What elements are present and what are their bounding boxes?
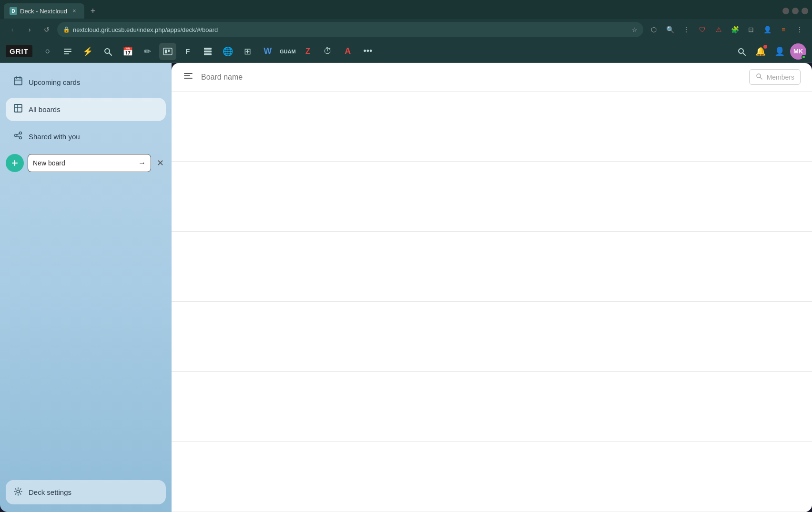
new-tab-button[interactable]: +: [86, 4, 100, 18]
minimize-button[interactable]: [782, 8, 789, 14]
upcoming-cards-label: Upcoming cards: [29, 78, 80, 86]
deck-settings-button[interactable]: Deck settings: [6, 480, 166, 504]
search-toolbar-icon[interactable]: [99, 43, 116, 60]
globe-icon[interactable]: 🌐: [219, 43, 236, 60]
nav-bar: ‹ › ↺ 🔒 nextcloud.grit.ucsb.edu/index.ph…: [0, 19, 812, 40]
tab-favicon: D: [10, 7, 17, 15]
board-header: Members: [172, 63, 812, 92]
brave-icon[interactable]: ≡: [777, 23, 790, 36]
url-text: nextcloud.grit.ucsb.edu/index.php/apps/d…: [73, 26, 629, 33]
svg-rect-4: [168, 50, 170, 52]
board-line-5: [172, 372, 812, 442]
board-line-1: [172, 92, 812, 162]
members-search-icon: [755, 72, 763, 82]
new-board-icon-button[interactable]: [6, 154, 24, 172]
all-boards-label: All boards: [29, 105, 61, 113]
active-tab[interactable]: D Deck - Nextcloud ×: [4, 3, 84, 19]
profile-icon[interactable]: 👤: [761, 23, 774, 36]
deck-settings-label: Deck settings: [29, 488, 71, 496]
stack-icon[interactable]: [199, 43, 216, 60]
members-label: Members: [767, 73, 794, 81]
svg-rect-7: [204, 53, 212, 55]
sidebar: Upcoming cards All boards Shared with yo…: [0, 63, 172, 512]
search-right-icon[interactable]: [733, 43, 750, 60]
calendar-icon[interactable]: 📅: [119, 43, 136, 60]
board-lines: [172, 92, 812, 512]
shared-with-you-label: Shared with you: [29, 133, 80, 141]
browser-actions: ⬡ 🔍 ⋮ 🛡 ⚠ 🧩 ⊡ 👤 ≡ ⋮: [647, 23, 806, 36]
sidebar-bottom: Deck settings: [6, 480, 166, 504]
toolbar-right: 🔔 👤 MK: [733, 43, 806, 60]
svg-rect-10: [14, 78, 22, 85]
sidebar-item-shared[interactable]: Shared with you: [6, 125, 166, 148]
tab-title: Deck - Nextcloud: [20, 8, 67, 15]
boards-sidebar-icon: [13, 103, 23, 115]
timer-icon[interactable]: ⏱: [319, 43, 336, 60]
deck-icon[interactable]: [159, 43, 176, 60]
activity-icon[interactable]: ⚡: [79, 43, 96, 60]
app-toolbar: GRIT ○ ⚡ 📅 ✏ F 🌐 ⊞ W GUAM Z ⏱ A ••• 🔔 👤 …: [0, 40, 812, 63]
puzzle-icon[interactable]: 🧩: [728, 23, 741, 36]
zotero-icon[interactable]: Z: [299, 43, 316, 60]
close-button[interactable]: [802, 8, 808, 14]
address-bar[interactable]: 🔒 nextcloud.grit.ucsb.edu/index.php/apps…: [57, 22, 643, 37]
main-content: Members: [172, 63, 812, 512]
contacts-icon[interactable]: 👤: [771, 43, 788, 60]
more-icon[interactable]: •••: [359, 43, 376, 60]
board-line-4: [172, 302, 812, 372]
tab-bar: D Deck - Nextcloud × +: [0, 0, 812, 19]
svg-rect-6: [204, 51, 212, 52]
notifications-icon[interactable]: 🔔: [752, 43, 769, 60]
sidebar-browser-icon[interactable]: ⊡: [744, 23, 758, 36]
back-button[interactable]: ‹: [6, 23, 19, 36]
extensions-button[interactable]: ⬡: [647, 23, 660, 36]
board-name-input[interactable]: [201, 73, 741, 82]
svg-point-26: [757, 74, 761, 78]
svg-rect-5: [204, 48, 212, 50]
calendar-sidebar-icon: [13, 76, 23, 88]
board-line-2: [172, 162, 812, 232]
grid-icon[interactable]: ⊞: [239, 43, 256, 60]
app-body: Upcoming cards All boards Shared with yo…: [0, 63, 812, 512]
board-line-3: [172, 232, 812, 302]
guam-icon[interactable]: GUAM: [279, 43, 296, 60]
svg-point-22: [17, 490, 20, 493]
members-search[interactable]: Members: [749, 69, 801, 85]
lock-icon: 🔒: [63, 26, 70, 33]
new-board-input[interactable]: [33, 159, 135, 167]
notes-icon[interactable]: ✏: [139, 43, 156, 60]
browser-chrome: D Deck - Nextcloud × + ‹ › ↺ 🔒 nextcloud…: [0, 0, 812, 40]
sidebar-item-upcoming[interactable]: Upcoming cards: [6, 71, 166, 94]
share-sidebar-icon: [13, 131, 23, 143]
alert-icon[interactable]: ⚠: [712, 23, 725, 36]
sidebar-toggle-icon[interactable]: [183, 71, 193, 83]
tab-close-button[interactable]: ×: [70, 7, 79, 15]
new-board-cancel-button[interactable]: ✕: [155, 156, 166, 170]
notification-badge: [763, 45, 767, 49]
svg-line-20: [17, 133, 20, 135]
word-icon[interactable]: W: [259, 43, 276, 60]
home-icon[interactable]: ○: [39, 43, 56, 60]
svg-line-1: [109, 53, 112, 55]
board-content: [172, 92, 812, 512]
board-line-6: [172, 442, 812, 512]
refresh-button[interactable]: ↺: [40, 23, 53, 36]
svg-rect-14: [14, 104, 22, 112]
forward-button[interactable]: ›: [23, 23, 36, 36]
user-avatar[interactable]: MK: [790, 43, 806, 60]
sidebar-item-all-boards[interactable]: All boards: [6, 98, 166, 121]
new-board-input-wrap: →: [28, 154, 151, 172]
analytics-icon[interactable]: A: [339, 43, 356, 60]
zoom-button[interactable]: 🔍: [663, 23, 677, 36]
online-indicator: [802, 55, 806, 59]
shield-icon[interactable]: 🛡: [696, 23, 709, 36]
forms-icon[interactable]: F: [179, 43, 196, 60]
maximize-button[interactable]: [792, 8, 799, 14]
share-button[interactable]: ⋮: [680, 23, 693, 36]
new-board-submit-icon[interactable]: →: [138, 159, 146, 167]
svg-line-27: [760, 78, 762, 80]
bookmark-icon[interactable]: ☆: [632, 26, 638, 33]
files-icon[interactable]: [59, 43, 76, 60]
address-bar-actions: ☆: [632, 26, 638, 33]
menu-button[interactable]: ⋮: [793, 23, 806, 36]
